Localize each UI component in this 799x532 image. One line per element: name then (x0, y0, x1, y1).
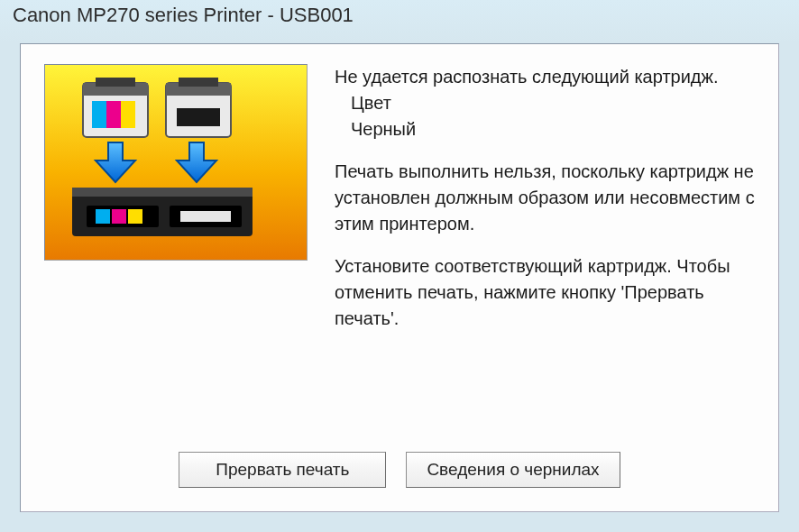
svg-rect-14 (96, 209, 110, 224)
svg-rect-18 (180, 211, 231, 222)
svg-rect-12 (72, 188, 253, 197)
svg-rect-4 (106, 101, 121, 128)
msg-color: Цвет (335, 90, 755, 116)
cartridge-illustration (44, 64, 308, 261)
svg-rect-6 (96, 78, 135, 87)
msg-black: Черный (335, 116, 755, 142)
msg-para3: Установите соответствующий картридж. Что… (335, 253, 755, 332)
svg-rect-16 (128, 209, 142, 224)
cancel-print-button[interactable]: Прервать печать (179, 452, 386, 488)
svg-rect-10 (179, 78, 218, 87)
msg-para2: Печать выполнить нельзя, поскольку картр… (335, 159, 755, 237)
content-row: Не удается распознать следующий картридж… (44, 64, 755, 348)
button-row: Прервать печать Сведения о чернилах (21, 452, 778, 488)
msg-line1: Не удается распознать следующий картридж… (335, 64, 755, 90)
svg-rect-15 (112, 209, 126, 224)
svg-rect-9 (177, 108, 220, 126)
dialog-window: Canon MP270 series Printer - USB001 (0, 0, 799, 532)
cartridge-icon (45, 65, 307, 260)
window-title: Canon MP270 series Printer - USB001 (0, 0, 799, 36)
ink-info-button[interactable]: Сведения о чернилах (406, 452, 620, 488)
message-block-1: Не удается распознать следующий картридж… (335, 64, 755, 142)
svg-rect-5 (121, 101, 135, 128)
svg-rect-3 (92, 101, 106, 128)
message-text: Не удается распознать следующий картридж… (335, 64, 755, 348)
dialog-panel: Не удается распознать следующий картридж… (20, 43, 779, 512)
